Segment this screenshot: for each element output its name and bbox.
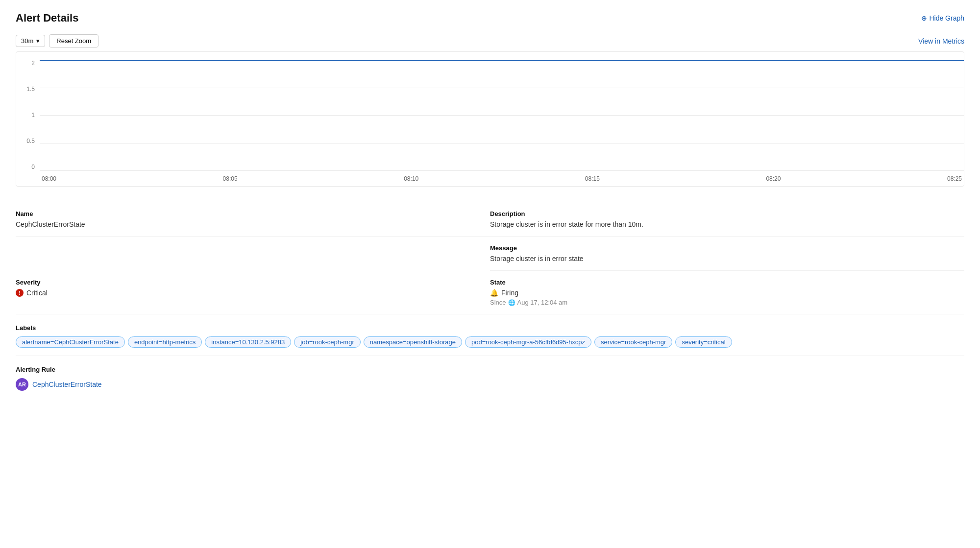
severity-label: Severity (16, 279, 490, 286)
hide-graph-label: Hide Graph (929, 14, 964, 22)
label-tag[interactable]: pod=rook-ceph-mgr-a-56cffd6d95-hxcpz (465, 336, 591, 348)
x-axis: 08:00 08:05 08:10 08:15 08:20 08:25 (40, 170, 964, 182)
state-section: State 🔔 Firing Since 🌐 Aug 17, 12:04 am (490, 271, 964, 314)
labels-label: Labels (16, 324, 964, 332)
chart-area: 2 1.5 1 0.5 0 (16, 51, 964, 187)
details-grid: Name CephClusterErrorState Description S… (16, 202, 964, 401)
bell-icon: 🔔 (490, 289, 498, 297)
grid-lines (40, 60, 964, 170)
label-tag[interactable]: instance=10.130.2.5:9283 (205, 336, 291, 348)
label-tag[interactable]: job=rook-ceph-mgr (294, 336, 360, 348)
page: Alert Details ⊕ Hide Graph 30m ▾ Reset Z… (0, 0, 980, 548)
label-tag[interactable]: service=rook-ceph-mgr (594, 336, 672, 348)
labels-container: alertname=CephClusterErrorStateendpoint=… (16, 336, 964, 348)
chart-controls-left: 30m ▾ Reset Zoom (16, 34, 98, 48)
globe-icon: 🌐 (508, 299, 515, 306)
label-tag[interactable]: namespace=openshift-storage (364, 336, 462, 348)
ar-badge: AR (16, 378, 28, 391)
message-label: Message (490, 244, 964, 252)
data-series-line (40, 60, 964, 61)
name-spacer (16, 237, 490, 271)
since-label: Since (490, 299, 506, 306)
y-label-0: 0 (31, 164, 35, 170)
critical-icon: ! (16, 289, 24, 297)
severity-section: Severity ! Critical (16, 271, 490, 314)
name-label: Name (16, 210, 490, 217)
x-label-0825: 08:25 (947, 175, 962, 182)
description-section: Description Storage cluster is in error … (490, 202, 964, 237)
since-text: Since 🌐 Aug 17, 12:04 am (490, 299, 964, 306)
chart-controls: 30m ▾ Reset Zoom View in Metrics (16, 34, 964, 48)
message-section: Message Storage cluster is in error stat… (490, 237, 964, 271)
time-range-select[interactable]: 30m ▾ (16, 35, 45, 47)
state-label: State (490, 279, 964, 286)
time-range-value: 30m (21, 37, 33, 45)
x-label-0810: 08:10 (404, 175, 418, 182)
severity-value: Critical (26, 289, 48, 297)
reset-zoom-button[interactable]: Reset Zoom (49, 34, 98, 48)
x-label-0820: 08:20 (766, 175, 781, 182)
alerting-rule-name: CephClusterErrorState (32, 381, 102, 388)
description-value: Storage cluster is in error state for mo… (490, 220, 964, 228)
labels-section: Labels alertname=CephClusterErrorStateen… (16, 314, 964, 356)
grid-line-75 (40, 143, 964, 143)
chart-section: 30m ▾ Reset Zoom View in Metrics 2 1.5 1… (16, 34, 964, 187)
message-value: Storage cluster is in error state (490, 255, 964, 262)
name-value: CephClusterErrorState (16, 220, 490, 228)
hide-graph-button[interactable]: ⊕ Hide Graph (921, 14, 964, 22)
name-section: Name CephClusterErrorState (16, 202, 490, 237)
state-value-row: 🔔 Firing (490, 289, 964, 297)
severity-value-row: ! Critical (16, 289, 490, 297)
crosshair-icon: ⊕ (921, 14, 927, 22)
since-value: Aug 17, 12:04 am (517, 299, 568, 306)
page-header: Alert Details ⊕ Hide Graph (16, 12, 964, 24)
alerting-rule-link[interactable]: AR CephClusterErrorState (16, 378, 964, 391)
y-label-1: 1 (31, 112, 35, 119)
alerting-rule-label: Alerting Rule (16, 366, 964, 373)
y-label-1-5: 1.5 (26, 86, 35, 93)
x-label-0800: 08:00 (42, 175, 56, 182)
y-axis: 2 1.5 1 0.5 0 (16, 60, 40, 182)
label-tag[interactable]: endpoint=http-metrics (128, 336, 202, 348)
label-tag[interactable]: alertname=CephClusterErrorState (16, 336, 125, 348)
chart-inner: 2 1.5 1 0.5 0 (16, 60, 964, 182)
grid-line-50 (40, 115, 964, 116)
label-tag[interactable]: severity=critical (675, 336, 732, 348)
description-label: Description (490, 210, 964, 217)
grid-line-25 (40, 88, 964, 88)
page-title: Alert Details (16, 12, 78, 24)
chevron-down-icon: ▾ (36, 37, 40, 45)
x-label-0815: 08:15 (585, 175, 600, 182)
chart-plot: 08:00 08:05 08:10 08:15 08:20 08:25 (40, 60, 964, 182)
x-label-0805: 08:05 (223, 175, 238, 182)
y-label-2: 2 (31, 60, 35, 67)
y-label-0-5: 0.5 (26, 138, 35, 144)
alerting-rule-section: Alerting Rule AR CephClusterErrorState (16, 356, 964, 401)
state-value: Firing (501, 289, 518, 297)
view-in-metrics-link[interactable]: View in Metrics (918, 37, 964, 45)
